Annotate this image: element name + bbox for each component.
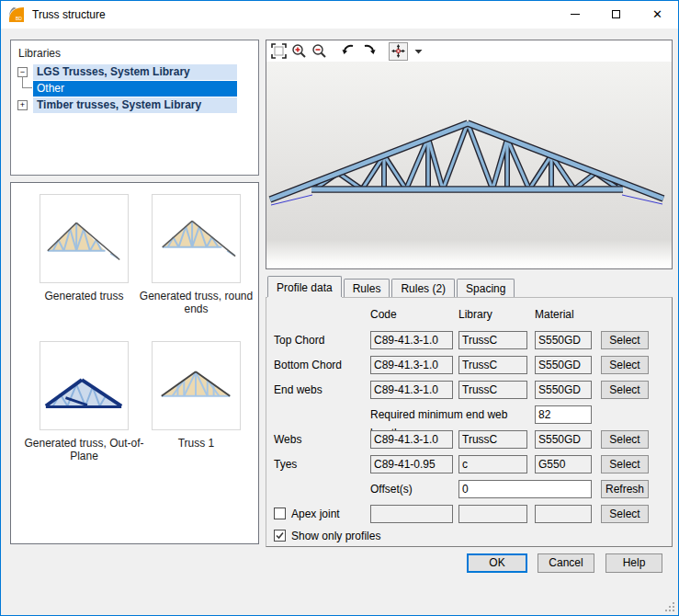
apex-joint-material-field[interactable] bbox=[535, 505, 592, 523]
thumbnail-label: Generated truss, Out-of-Plane bbox=[24, 437, 144, 462]
libraries-panel: Libraries − LGS Trusses, System Library … bbox=[10, 40, 259, 176]
ok-button[interactable]: OK bbox=[467, 553, 527, 573]
bottom-chord-library-field[interactable] bbox=[458, 356, 527, 374]
show-only-profiles-row: Show only profiles bbox=[266, 527, 672, 545]
cancel-button[interactable]: Cancel bbox=[538, 553, 594, 573]
truss-gallery-panel: Generated truss Generated bbox=[10, 182, 259, 544]
tree-item-label[interactable]: Timber trusses, System Library bbox=[33, 97, 237, 113]
fit-to-view-icon bbox=[271, 43, 287, 59]
webs-code-field[interactable] bbox=[370, 430, 453, 449]
apex-joint-code-field[interactable] bbox=[370, 505, 453, 523]
expand-icon[interactable]: + bbox=[17, 100, 28, 110]
chevron-down-icon bbox=[414, 49, 423, 54]
thumbnail-label: Generated truss, round ends bbox=[136, 290, 256, 315]
end-webs-library-field[interactable] bbox=[458, 381, 527, 399]
zoom-out-icon bbox=[311, 43, 327, 59]
profile-data-panel: Code Library Material Top Chord Select B… bbox=[266, 297, 673, 547]
tyes-code-field[interactable] bbox=[370, 455, 453, 473]
refresh-button[interactable]: Refresh bbox=[601, 480, 649, 498]
form-header-row: Code Library Material bbox=[266, 305, 672, 324]
maximize-button[interactable] bbox=[595, 1, 637, 28]
tyes-row: Tyes Select bbox=[266, 455, 672, 473]
tab-rules[interactable]: Rules bbox=[344, 279, 390, 297]
minimize-button[interactable] bbox=[554, 1, 595, 28]
truss-structure-dialog: BD Truss structure ✕ Libraries − LGS Tru… bbox=[0, 0, 679, 616]
generated-truss-thumbnail bbox=[40, 194, 129, 283]
resize-grip[interactable] bbox=[665, 602, 674, 611]
tree-item-other[interactable]: Other bbox=[11, 81, 258, 97]
bottom-chord-code-field[interactable] bbox=[370, 356, 453, 374]
maximize-icon bbox=[612, 10, 620, 18]
rotate-ccw-icon bbox=[341, 43, 356, 59]
minimize-icon bbox=[571, 14, 580, 15]
close-icon: ✕ bbox=[652, 8, 662, 20]
end-webs-code-field[interactable] bbox=[370, 381, 453, 399]
truss-drawing bbox=[266, 62, 672, 268]
offsets-input[interactable] bbox=[458, 480, 592, 498]
help-button[interactable]: Help bbox=[605, 553, 662, 573]
tree-item-lgs-trusses[interactable]: − LGS Trusses, System Library bbox=[11, 64, 258, 80]
top-chord-label: Top Chord bbox=[274, 331, 366, 349]
rotate-cw-icon bbox=[361, 43, 377, 59]
gallery-item-truss-1[interactable]: Truss 1 bbox=[136, 341, 256, 450]
libraries-header: Libraries bbox=[18, 47, 61, 60]
webs-row: Webs Select bbox=[266, 430, 672, 449]
top-chord-material-field[interactable] bbox=[535, 331, 592, 349]
tyes-material-field[interactable] bbox=[535, 455, 592, 473]
end-webs-label: End webs bbox=[274, 381, 366, 399]
top-chord-code-field[interactable] bbox=[370, 331, 453, 349]
apex-joint-checkbox[interactable] bbox=[274, 508, 286, 519]
webs-material-field[interactable] bbox=[535, 430, 592, 449]
webs-select-button[interactable]: Select bbox=[601, 430, 649, 449]
tab-profile-data[interactable]: Profile data bbox=[267, 276, 342, 297]
min-end-web-length-input[interactable] bbox=[535, 405, 592, 424]
zoom-in-button[interactable] bbox=[289, 42, 309, 61]
webs-library-field[interactable] bbox=[458, 430, 527, 449]
thumbnail-label: Generated truss bbox=[24, 290, 144, 302]
zoom-in-icon bbox=[291, 43, 307, 59]
end-webs-material-field[interactable] bbox=[535, 381, 592, 399]
tab-spacing[interactable]: Spacing bbox=[457, 279, 515, 297]
titlebar[interactable]: BD Truss structure ✕ bbox=[1, 1, 678, 29]
tab-rules-2[interactable]: Rules (2) bbox=[391, 279, 455, 297]
apex-joint-library-field[interactable] bbox=[458, 505, 527, 523]
zoom-out-button[interactable] bbox=[310, 42, 329, 61]
bottom-chord-material-field[interactable] bbox=[535, 356, 592, 374]
preview-panel bbox=[266, 40, 673, 269]
show-only-profiles-checkbox[interactable] bbox=[274, 530, 286, 542]
bottom-chord-select-button[interactable]: Select bbox=[601, 356, 649, 374]
apex-joint-row: Apex joint Select bbox=[266, 505, 672, 523]
tyes-select-button[interactable]: Select bbox=[601, 455, 649, 473]
library-column-header: Library bbox=[458, 305, 527, 324]
offsets-row: Offset(s) Refresh bbox=[266, 480, 672, 498]
gallery-item-generated-truss-out-of-plane[interactable]: Generated truss, Out-of-Plane bbox=[24, 341, 144, 462]
tyes-label: Tyes bbox=[274, 455, 366, 473]
top-chord-library-field[interactable] bbox=[458, 331, 527, 349]
fit-to-view-button[interactable] bbox=[269, 42, 289, 61]
tree-item-label[interactable]: LGS Trusses, System Library bbox=[33, 64, 237, 80]
generated-truss-out-of-plane-thumbnail bbox=[40, 341, 129, 430]
pan-button[interactable] bbox=[389, 42, 408, 61]
tyes-library-field[interactable] bbox=[458, 455, 527, 473]
show-only-profiles-label: Show only profiles bbox=[291, 527, 380, 545]
close-button[interactable]: ✕ bbox=[637, 1, 678, 28]
thumbnail-label: Truss 1 bbox=[136, 437, 256, 450]
gallery-item-generated-truss-round-ends[interactable]: Generated truss, round ends bbox=[136, 194, 256, 315]
gallery-item-generated-truss[interactable]: Generated truss bbox=[24, 194, 144, 302]
checkmark-icon bbox=[275, 530, 285, 541]
rotate-ccw-button[interactable] bbox=[339, 42, 358, 61]
bottom-chord-row: Bottom Chord Select bbox=[266, 356, 672, 374]
rotate-cw-button[interactable] bbox=[359, 42, 379, 61]
top-chord-select-button[interactable]: Select bbox=[601, 331, 649, 349]
truss-1-thumbnail bbox=[152, 341, 241, 430]
truss-preview-viewport[interactable] bbox=[266, 62, 672, 268]
apex-joint-label: Apex joint bbox=[291, 505, 340, 523]
offsets-label: Offset(s) bbox=[370, 480, 453, 498]
pan-dropdown-button[interactable] bbox=[409, 42, 428, 61]
tree-item-label-selected[interactable]: Other bbox=[33, 81, 237, 97]
tree-item-timber-trusses[interactable]: + Timber trusses, System Library bbox=[11, 97, 258, 113]
material-column-header: Material bbox=[535, 305, 592, 324]
end-webs-select-button[interactable]: Select bbox=[601, 381, 649, 399]
end-webs-row: End webs Select bbox=[266, 381, 672, 399]
apex-joint-select-button[interactable]: Select bbox=[601, 505, 649, 523]
